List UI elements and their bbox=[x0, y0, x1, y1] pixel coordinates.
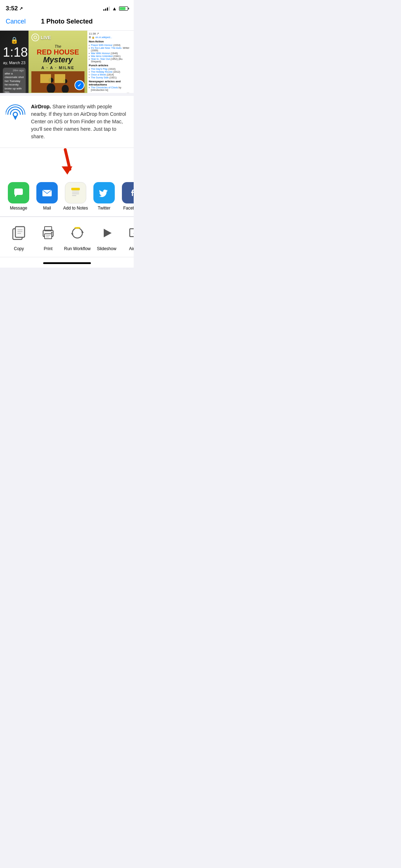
home-indicator bbox=[0, 257, 134, 268]
wifi-icon: ▲ bbox=[112, 6, 117, 11]
svg-rect-17 bbox=[72, 193, 79, 194]
wiki-item: Once a Week (1914) bbox=[89, 73, 132, 76]
photo-thumb-left[interactable]: 🔒 1:18 ay, March 23 26m ago after a clas… bbox=[0, 31, 29, 93]
lock-icon: 🔒 bbox=[3, 36, 26, 44]
facebook-label: Facebook bbox=[123, 206, 134, 211]
add-to-notes-label: Add to Notes bbox=[63, 206, 88, 211]
cancel-button[interactable]: Cancel bbox=[6, 18, 26, 25]
wiki-item: It's Too Late Now: The Auto- Writer (193… bbox=[89, 47, 132, 52]
action-print[interactable]: Print bbox=[34, 223, 63, 251]
wiki-item: The Holiday Round (1912) bbox=[89, 71, 132, 73]
svg-rect-5 bbox=[40, 74, 51, 83]
wiki-section: Non-fiction bbox=[89, 40, 132, 43]
twitter-label: Twitter bbox=[98, 206, 110, 211]
share-app-twitter[interactable]: Twitter bbox=[90, 182, 118, 211]
message-label: Message bbox=[10, 206, 27, 211]
svg-point-30 bbox=[51, 232, 52, 233]
book-mystery: Mystery bbox=[37, 56, 79, 64]
photo-strip: 🔒 1:18 ay, March 23 26m ago after a clas… bbox=[0, 31, 134, 93]
wiki-item: War Aims Unlimited (1941) bbox=[89, 55, 132, 57]
slideshow-icon bbox=[96, 223, 117, 243]
svg-rect-18 bbox=[72, 195, 76, 196]
share-app-message[interactable]: Message bbox=[4, 182, 33, 211]
notification-list: 26m ago after a classmate shot her Tuesd… bbox=[3, 68, 26, 93]
battery-icon bbox=[119, 6, 128, 11]
status-time: 3:52 ↗ bbox=[6, 5, 23, 12]
wiki-item: Peace With Honour (1934) bbox=[89, 44, 132, 46]
mail-icon bbox=[36, 182, 58, 203]
action-airplay[interactable]: AirPlay bbox=[121, 223, 134, 251]
page-title: 1 Photo Selected bbox=[41, 18, 93, 25]
status-icons: ▲ bbox=[103, 6, 128, 11]
live-text: LIVE bbox=[41, 35, 51, 40]
share-apps-row[interactable]: Message Mail bbox=[0, 176, 134, 217]
header: Cancel 1 Photo Selected bbox=[0, 14, 134, 31]
svg-marker-8 bbox=[14, 117, 17, 120]
lockscreen-time: 1:18 bbox=[3, 45, 26, 60]
share-app-add-to-notes[interactable]: Add to Notes bbox=[61, 182, 90, 211]
share-app-mail[interactable]: Mail bbox=[33, 182, 61, 211]
svg-rect-19 bbox=[71, 188, 80, 190]
svg-rect-6 bbox=[55, 74, 65, 83]
svg-rect-16 bbox=[72, 192, 79, 192]
svg-rect-23 bbox=[15, 227, 25, 237]
message-icon bbox=[8, 182, 29, 203]
book-red-house: RED HOUSE bbox=[37, 48, 79, 56]
print-label: Print bbox=[44, 246, 53, 251]
facebook-icon bbox=[122, 182, 134, 203]
share-app-facebook[interactable]: Facebook bbox=[118, 182, 134, 211]
svg-rect-37 bbox=[130, 229, 134, 237]
wiki-time: 11:38 ↗ bbox=[89, 32, 132, 35]
mail-label: Mail bbox=[43, 206, 51, 211]
book-author: A · A · MILNE bbox=[37, 66, 79, 70]
live-badge: LIVE bbox=[31, 33, 51, 41]
wiki-url: 🔒 en.m.wikiped... bbox=[92, 36, 112, 39]
run-workflow-label: Run Workflow bbox=[64, 246, 91, 251]
svg-line-9 bbox=[65, 150, 70, 169]
airplay-label: AirPlay bbox=[129, 246, 134, 251]
time-label: 3:52 bbox=[6, 5, 18, 12]
live-circle-icon bbox=[31, 33, 39, 41]
copy-icon bbox=[9, 223, 29, 243]
status-bar: 3:52 ↗ ▲ bbox=[0, 0, 134, 14]
copy-label: Copy bbox=[14, 246, 24, 251]
home-bar bbox=[43, 262, 91, 264]
slideshow-label: Slideshow bbox=[97, 246, 117, 251]
svg-marker-10 bbox=[62, 166, 72, 175]
svg-rect-29 bbox=[45, 234, 52, 239]
photo-center-selected[interactable]: LIVE The RED HOUSE Mystery A · A · MILNE bbox=[29, 31, 87, 93]
wiki-item: Year In, Year Out (1952) (illu. Shepard) bbox=[89, 58, 132, 63]
signal-icon bbox=[103, 6, 110, 11]
svg-marker-36 bbox=[104, 229, 112, 237]
wiki-item: The Chronicles of Clovis by [Introductio… bbox=[89, 86, 132, 91]
lockscreen-date: ay, March 23 bbox=[3, 61, 26, 65]
location-icon: ↗ bbox=[19, 6, 23, 11]
airdrop-icon bbox=[6, 103, 25, 123]
notification-item: 26m ago after a classmate shot her Tuesd… bbox=[3, 68, 26, 93]
photo-thumb-right[interactable]: 11:38 ↗ ☰ 🔒 en.m.wikiped... Non-fiction … bbox=[87, 31, 134, 93]
wiki-section2: Punch articles bbox=[89, 64, 132, 67]
airplay-icon bbox=[125, 223, 134, 243]
red-arrow-svg bbox=[53, 148, 81, 176]
twitter-icon bbox=[93, 182, 115, 203]
run-workflow-icon bbox=[67, 223, 88, 243]
action-slideshow[interactable]: Slideshow bbox=[92, 223, 121, 251]
red-arrow bbox=[0, 148, 134, 176]
action-row[interactable]: Copy Print bbox=[0, 217, 134, 257]
wiki-item: War With Honour (1940) bbox=[89, 52, 132, 55]
svg-rect-35 bbox=[74, 227, 80, 229]
wiki-section3: Newspaper articles and introductions bbox=[89, 80, 132, 86]
selection-checkmark: ✓ bbox=[74, 80, 84, 90]
print-icon bbox=[38, 223, 58, 243]
action-run-workflow[interactable]: Run Workflow bbox=[63, 223, 92, 251]
wiki-item: The Sunny Side (1921) bbox=[89, 76, 132, 79]
svg-point-7 bbox=[13, 112, 17, 117]
action-copy[interactable]: Copy bbox=[4, 223, 34, 251]
add-to-notes-icon bbox=[65, 182, 86, 203]
wiki-item: The Day's Play (1910) bbox=[89, 68, 132, 70]
airdrop-section: AirDrop. Share instantly with people nea… bbox=[0, 96, 134, 176]
svg-marker-39 bbox=[133, 231, 134, 234]
airdrop-description: AirDrop. Share instantly with people nea… bbox=[31, 103, 128, 140]
